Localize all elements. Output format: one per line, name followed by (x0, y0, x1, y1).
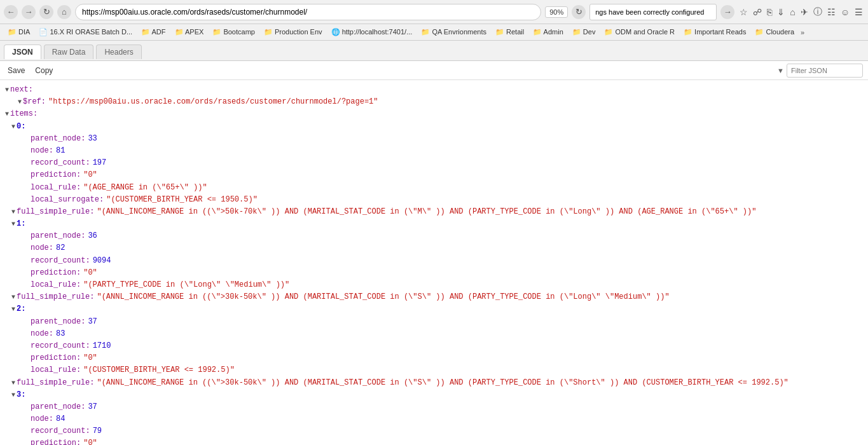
reload-button[interactable]: ↻ (39, 5, 53, 19)
bookmark-cloudera[interactable]: 📁 Cloudera (751, 27, 798, 38)
send-icon[interactable]: ✈ (799, 6, 809, 18)
pocket-icon[interactable]: ⎘ (766, 6, 773, 18)
line-item2-parent-node: parent_node: 37 (0, 316, 868, 328)
line-item3-record-count: record_count: 79 (0, 425, 868, 437)
json-toolbar: Save Copy ▼ (0, 61, 868, 80)
home2-icon[interactable]: ⌂ (789, 6, 796, 18)
line-item2-full-rule: ▼ full_simple_rule: "(ANNL_INCOME_RANGE … (0, 377, 868, 389)
json-viewer: ▼ next: ▼ $ref: "https://msp00aiu.us.ora… (0, 80, 868, 445)
copy-button[interactable]: Copy (32, 65, 55, 76)
line-item2-node: node: 83 (0, 328, 868, 340)
item1-full-rule-toggle[interactable]: ▼ (11, 292, 15, 303)
line-item1-full-rule: ▼ full_simple_rule: "(ANNL_INCOME_RANGE … (0, 291, 868, 303)
line-item3-node: node: 84 (0, 413, 868, 425)
items-toggle[interactable]: ▼ (5, 109, 9, 120)
browser-toolbar: ← → ↻ ⌂ 90% ↻ → ☆ ☍ ⎘ ⇓ ⌂ ✈ ⓘ ☷ ☺ ☰ (0, 0, 868, 24)
line-item2-header: ▼ 2: (0, 303, 868, 315)
line-item2-local-rule: local_rule: "(CUSTOMER_BIRTH_YEAR <= 199… (0, 364, 868, 376)
tab-bar: JSON Raw Data Headers (0, 41, 868, 61)
home-button[interactable]: ⌂ (57, 5, 71, 19)
search-go-button[interactable]: → (720, 5, 734, 19)
line-item3-prediction: prediction: "0" (0, 437, 868, 445)
line-item0-parent-node: parent_node: 33 (0, 133, 868, 145)
item2-toggle[interactable]: ▼ (11, 305, 15, 315)
avatar-icon[interactable]: ☺ (839, 6, 851, 18)
save-button[interactable]: Save (5, 65, 27, 76)
item0-toggle[interactable]: ▼ (11, 122, 15, 132)
bookmark-apex[interactable]: 📁 APEX (171, 27, 208, 38)
tab-json[interactable]: JSON (4, 44, 41, 59)
line-item0-record-count: record_count: 197 (0, 157, 868, 169)
next-toggle[interactable]: ▼ (5, 85, 9, 95)
line-item1-local-rule: local_rule: "(PARTY_TYPE_CODE in (\"Long… (0, 279, 868, 291)
info-icon[interactable]: ⓘ (812, 5, 823, 19)
download-icon[interactable]: ⇓ (776, 6, 786, 18)
bookmark-odm[interactable]: 📁 ODM and Oracle R (600, 27, 679, 38)
tab-raw-data[interactable]: Raw Data (44, 44, 94, 59)
bookmark-important[interactable]: 📁 Important Reads (680, 27, 750, 38)
line-item0-node: node: 81 (0, 145, 868, 157)
line-item0-prediction: prediction: "0" (0, 169, 868, 181)
forward-button[interactable]: → (22, 5, 36, 19)
ref-value: "https://msp00aiu.us.oracle.com/ords/ras… (48, 96, 378, 108)
url-bar[interactable] (75, 4, 541, 20)
line-item0-full-rule: ▼ full_simple_rule: "(ANNL_INCOME_RANGE … (0, 206, 868, 218)
reader-icon[interactable]: ☍ (752, 6, 763, 18)
line-item2-prediction: prediction: "0" (0, 352, 868, 364)
bookmark-bootcamp[interactable]: 📁 Bootcamp (209, 27, 259, 38)
bookmark-adf[interactable]: 📁 ADF (137, 27, 169, 38)
filter-area: ▼ (777, 64, 863, 78)
line-items-key: ▼ items: (0, 108, 868, 120)
item3-toggle[interactable]: ▼ (11, 390, 15, 400)
bookmark-production[interactable]: 📁 Production Env (260, 27, 326, 38)
item1-toggle[interactable]: ▼ (11, 219, 15, 229)
bookmark-dev[interactable]: 📁 Dev (568, 27, 600, 38)
line-next-key: ▼ next: (0, 84, 868, 96)
line-item0-local-surrogate: local_surrogate: "(CUSTOMER_BIRTH_YEAR <… (0, 194, 868, 206)
browser-search[interactable] (589, 4, 717, 20)
line-item1-prediction: prediction: "0" (0, 267, 868, 279)
filter-input[interactable] (787, 64, 863, 78)
line-item0-header: ▼ 0: (0, 121, 868, 133)
bookmark-admin[interactable]: 📁 Admin (529, 27, 567, 38)
line-item1-node: node: 82 (0, 242, 868, 254)
bookmarks-bar: 📁 DIA 📄 16.X RI ORASE Batch D... 📁 ADF 📁… (0, 24, 868, 41)
line-ref: ▼ $ref: "https://msp00aiu.us.oracle.com/… (0, 96, 868, 108)
line-item3-header: ▼ 3: (0, 389, 868, 401)
line-item1-parent-node: parent_node: 36 (0, 230, 868, 242)
bookmark-localhost[interactable]: 🌐 http://localhost:7401/... (327, 27, 417, 38)
line-item0-local-rule: local_rule: "(AGE_RANGE in (\"65+\" ))" (0, 182, 868, 194)
refresh-button[interactable]: ↻ (572, 5, 586, 19)
bookmark-retail[interactable]: 📁 Retail (492, 27, 528, 38)
bookmark-dia[interactable]: 📁 DIA (4, 27, 34, 38)
zoom-level: 90% (545, 6, 568, 18)
grid-icon[interactable]: ☷ (826, 6, 837, 18)
item2-full-rule-toggle[interactable]: ▼ (11, 378, 15, 388)
line-item1-header: ▼ 1: (0, 218, 868, 230)
line-item3-parent-node: parent_node: 37 (0, 401, 868, 413)
tab-headers[interactable]: Headers (96, 44, 141, 59)
star-icon[interactable]: ☆ (738, 6, 749, 18)
back-button[interactable]: ← (4, 5, 18, 19)
menu-icon[interactable]: ☰ (853, 6, 864, 18)
ref-toggle[interactable]: ▼ (18, 97, 22, 107)
browser-icons: ☆ ☍ ⎘ ⇓ ⌂ ✈ ⓘ ☷ ☺ ☰ (738, 5, 864, 19)
bookmark-qa[interactable]: 📁 QA Envrionments (417, 27, 490, 38)
item0-full-rule-toggle[interactable]: ▼ (11, 207, 15, 217)
line-item2-record-count: record_count: 1710 (0, 340, 868, 352)
line-item1-record-count: record_count: 9094 (0, 255, 868, 267)
bookmarks-more[interactable]: » (801, 29, 804, 36)
filter-icon: ▼ (777, 67, 784, 74)
bookmark-orase[interactable]: 📄 16.X RI ORASE Batch D... (35, 27, 136, 38)
